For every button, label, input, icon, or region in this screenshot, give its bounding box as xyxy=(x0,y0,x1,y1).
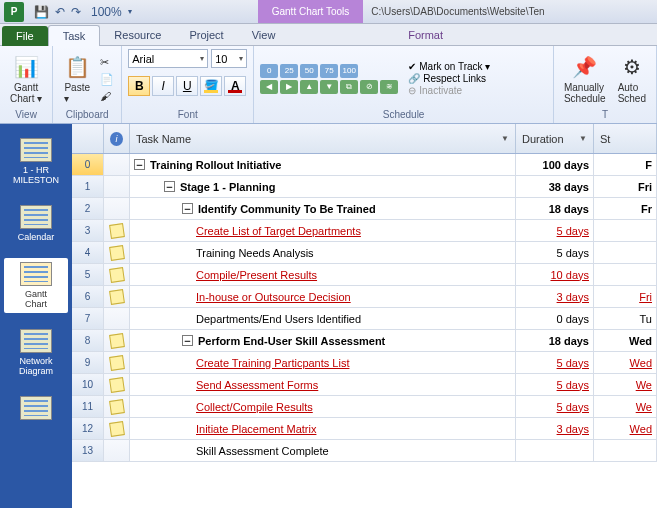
start-cell[interactable]: Fri xyxy=(594,286,657,307)
start-cell[interactable]: Wed xyxy=(594,352,657,373)
task-name-cell[interactable]: −Perform End-User Skill Assessment xyxy=(130,330,516,351)
row-index[interactable]: 4 xyxy=(72,242,104,263)
progress-100-icon[interactable]: 100 xyxy=(340,64,358,78)
start-cell[interactable]: F xyxy=(594,154,657,175)
link-tasks-icon[interactable]: ⧉ xyxy=(340,80,358,94)
task-name-cell[interactable]: Send Assessment Forms xyxy=(130,374,516,395)
table-row[interactable]: 10Send Assessment Forms5 daysWe xyxy=(72,374,657,396)
row-index[interactable]: 0 xyxy=(72,154,104,175)
table-row[interactable]: 2−Identify Community To Be Trained18 day… xyxy=(72,198,657,220)
italic-button[interactable]: I xyxy=(152,76,174,96)
start-cell[interactable] xyxy=(594,264,657,285)
zoom-indicator[interactable]: 100% xyxy=(91,5,122,19)
progress-0-icon[interactable]: 0 xyxy=(260,64,278,78)
indent-icon[interactable]: ▶ xyxy=(280,80,298,94)
task-name-cell[interactable]: Departments/End Users Identified xyxy=(130,308,516,329)
duration-cell[interactable]: 18 days xyxy=(516,330,594,351)
table-row[interactable]: 7Departments/End Users Identified0 daysT… xyxy=(72,308,657,330)
font-size-select[interactable]: 10▾ xyxy=(211,49,247,68)
task-name-cell[interactable]: Skill Assessment Complete xyxy=(130,440,516,461)
mark-on-track-button[interactable]: ✔Mark on Track ▾ xyxy=(408,61,490,72)
duration-cell[interactable] xyxy=(516,440,594,461)
move-up-icon[interactable]: ▲ xyxy=(300,80,318,94)
row-index[interactable]: 12 xyxy=(72,418,104,439)
copy-icon[interactable]: 📄 xyxy=(99,72,115,87)
fill-color-button[interactable]: 🪣 xyxy=(200,76,222,96)
format-painter-icon[interactable]: 🖌 xyxy=(99,89,115,103)
duration-cell[interactable]: 38 days xyxy=(516,176,594,197)
row-indicator[interactable] xyxy=(104,220,130,241)
collapse-toggle-icon[interactable]: − xyxy=(182,203,193,214)
duration-cell[interactable]: 5 days xyxy=(516,242,594,263)
task-name-cell[interactable]: In-house or Outsource Decision xyxy=(130,286,516,307)
progress-75-icon[interactable]: 75 xyxy=(320,64,338,78)
table-row[interactable]: 1−Stage 1 - Planning38 daysFri xyxy=(72,176,657,198)
tab-task[interactable]: Task xyxy=(48,25,101,46)
start-cell[interactable] xyxy=(594,220,657,241)
progress-25-icon[interactable]: 25 xyxy=(280,64,298,78)
move-down-icon[interactable]: ▼ xyxy=(320,80,338,94)
gantt-chart-button[interactable]: 📊 Gantt Chart ▾ xyxy=(6,52,46,105)
task-name-cell[interactable]: Create Training Particpants List xyxy=(130,352,516,373)
viewbar-more[interactable] xyxy=(4,392,68,424)
row-indicator[interactable] xyxy=(104,176,130,197)
manually-schedule-button[interactable]: 📌 Manually Schedule xyxy=(560,52,610,105)
row-indicator[interactable] xyxy=(104,330,130,351)
qat-more-icon[interactable]: ▾ xyxy=(128,7,132,16)
redo-icon[interactable]: ↷ xyxy=(71,5,81,19)
duration-cell[interactable]: 18 days xyxy=(516,198,594,219)
row-indicator[interactable] xyxy=(104,242,130,263)
row-index[interactable]: 8 xyxy=(72,330,104,351)
table-row[interactable]: 8−Perform End-User Skill Assessment18 da… xyxy=(72,330,657,352)
table-row[interactable]: 3Create List of Target Departments5 days xyxy=(72,220,657,242)
row-indicator[interactable] xyxy=(104,286,130,307)
row-index[interactable]: 3 xyxy=(72,220,104,241)
row-index[interactable]: 13 xyxy=(72,440,104,461)
collapse-toggle-icon[interactable]: − xyxy=(134,159,145,170)
table-row[interactable]: 11Collect/Compile Results5 daysWe xyxy=(72,396,657,418)
duration-cell[interactable]: 3 days xyxy=(516,286,594,307)
undo-icon[interactable]: ↶ xyxy=(55,5,65,19)
table-row[interactable]: 4Training Needs Analysis5 days xyxy=(72,242,657,264)
row-index[interactable]: 5 xyxy=(72,264,104,285)
chevron-down-icon[interactable]: ▼ xyxy=(579,134,587,143)
duration-cell[interactable]: 10 days xyxy=(516,264,594,285)
row-index[interactable]: 1 xyxy=(72,176,104,197)
header-start[interactable]: St xyxy=(594,124,657,153)
table-row[interactable]: 13Skill Assessment Complete xyxy=(72,440,657,462)
chevron-down-icon[interactable]: ▼ xyxy=(501,134,509,143)
row-index[interactable]: 2 xyxy=(72,198,104,219)
row-indicator[interactable] xyxy=(104,396,130,417)
split-icon[interactable]: ≋ xyxy=(380,80,398,94)
duration-cell[interactable]: 5 days xyxy=(516,396,594,417)
row-index[interactable]: 7 xyxy=(72,308,104,329)
duration-cell[interactable]: 3 days xyxy=(516,418,594,439)
table-row[interactable]: 6In-house or Outsource Decision3 daysFri xyxy=(72,286,657,308)
duration-cell[interactable]: 100 days xyxy=(516,154,594,175)
bold-button[interactable]: B xyxy=(128,76,150,96)
progress-50-icon[interactable]: 50 xyxy=(300,64,318,78)
row-indicator[interactable] xyxy=(104,352,130,373)
start-cell[interactable] xyxy=(594,242,657,263)
table-row[interactable]: 0−Training Rollout Initiative100 daysF xyxy=(72,154,657,176)
tab-format[interactable]: Format xyxy=(394,25,457,45)
row-indicator[interactable] xyxy=(104,198,130,219)
start-cell[interactable] xyxy=(594,440,657,461)
header-info[interactable]: i xyxy=(104,124,130,153)
duration-cell[interactable]: 0 days xyxy=(516,308,594,329)
table-row[interactable]: 9Create Training Particpants List5 daysW… xyxy=(72,352,657,374)
row-index[interactable]: 11 xyxy=(72,396,104,417)
start-cell[interactable]: Tu xyxy=(594,308,657,329)
row-index[interactable]: 10 xyxy=(72,374,104,395)
header-duration[interactable]: Duration▼ xyxy=(516,124,594,153)
start-cell[interactable]: We xyxy=(594,396,657,417)
viewbar-calendar[interactable]: Calendar xyxy=(4,201,68,246)
start-cell[interactable]: Fr xyxy=(594,198,657,219)
respect-links-button[interactable]: 🔗Respect Links xyxy=(408,73,490,84)
font-family-select[interactable]: Arial▾ xyxy=(128,49,208,68)
task-name-cell[interactable]: −Identify Community To Be Trained xyxy=(130,198,516,219)
tab-view[interactable]: View xyxy=(238,25,290,45)
task-name-cell[interactable]: Create List of Target Departments xyxy=(130,220,516,241)
paste-button[interactable]: 📋 Paste ▾ xyxy=(59,52,95,105)
outdent-icon[interactable]: ◀ xyxy=(260,80,278,94)
